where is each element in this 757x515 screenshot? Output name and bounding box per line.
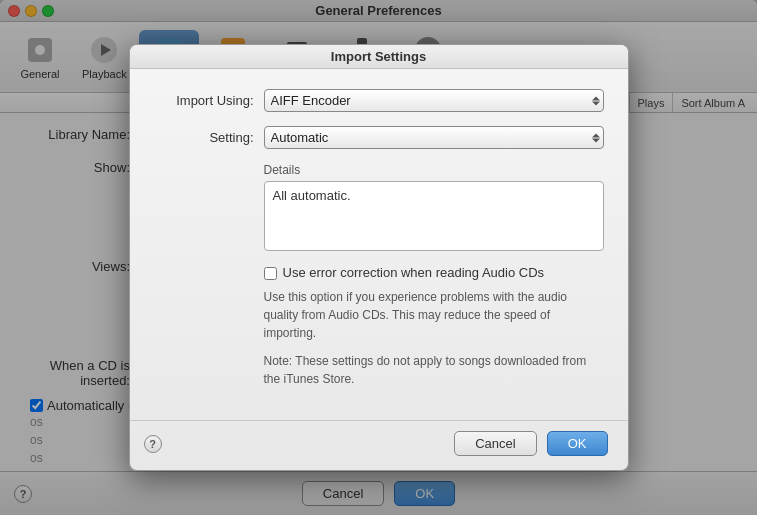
details-text: All automatic. (273, 188, 351, 203)
import-using-select-container: AIFF Encoder (264, 89, 604, 112)
modal-cancel-button[interactable]: Cancel (454, 431, 536, 456)
error-desc: Use this option if you experience proble… (264, 288, 604, 342)
modal-title: Import Settings (331, 49, 426, 64)
details-box: All automatic. (264, 181, 604, 251)
import-using-select[interactable]: AIFF Encoder (264, 89, 604, 112)
error-correction-row: Use error correction when reading Audio … (264, 265, 604, 280)
modal-overlay: Import Settings Import Using: AIFF Encod… (0, 0, 757, 515)
import-using-label: Import Using: (154, 93, 264, 108)
modal-help-button[interactable]: ? (144, 435, 162, 453)
setting-label: Setting: (154, 130, 264, 145)
modal-body: Import Using: AIFF Encoder Setting: Au (130, 69, 628, 420)
modal-help-section: ? (144, 435, 162, 453)
setting-row: Setting: Automatic (154, 126, 604, 149)
modal-ok-button[interactable]: OK (547, 431, 608, 456)
setting-select-container: Automatic (264, 126, 604, 149)
modal-titlebar: Import Settings (130, 45, 628, 69)
error-correction-checkbox[interactable] (264, 267, 277, 280)
modal-footer: ? Cancel OK (130, 420, 628, 470)
details-label: Details (264, 163, 604, 177)
error-correction-label: Use error correction when reading Audio … (283, 265, 545, 280)
import-using-row: Import Using: AIFF Encoder (154, 89, 604, 112)
import-settings-modal: Import Settings Import Using: AIFF Encod… (129, 44, 629, 471)
setting-select[interactable]: Automatic (264, 126, 604, 149)
note-text: Note: These settings do not apply to son… (264, 352, 604, 388)
